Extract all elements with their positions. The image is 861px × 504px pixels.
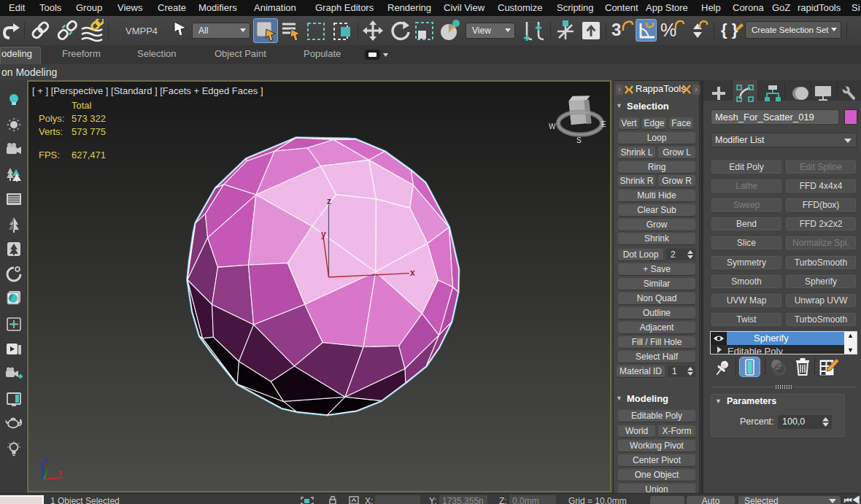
svg-text:W: W (549, 123, 556, 131)
svg-text:x: x (58, 468, 63, 476)
svg-text:E: E (601, 120, 606, 128)
svg-text:z: z (44, 454, 48, 463)
svg-text:x: x (410, 268, 415, 278)
svg-text:z: z (327, 196, 331, 206)
svg-text:y: y (321, 229, 326, 239)
svg-text:S: S (576, 136, 582, 144)
